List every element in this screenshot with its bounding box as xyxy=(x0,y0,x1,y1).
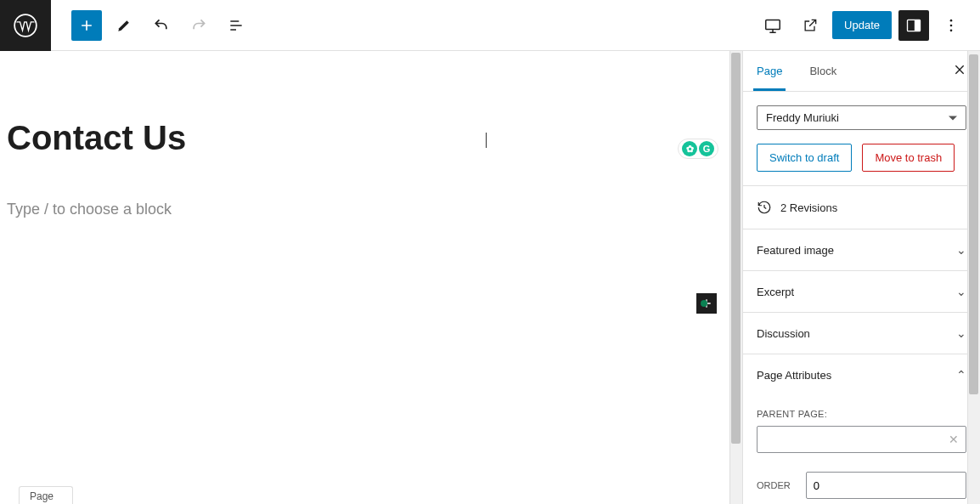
page-title[interactable]: Contact Us xyxy=(7,119,707,156)
discussion-label: Discussion xyxy=(757,327,810,340)
page-attributes-panel-toggle[interactable]: Page Attributes ⌃ xyxy=(743,354,980,395)
discussion-panel-toggle[interactable]: Discussion ⌄ xyxy=(743,313,980,354)
settings-toggle[interactable] xyxy=(898,10,929,41)
block-breadcrumb[interactable]: Page xyxy=(19,486,73,504)
document-overview-button[interactable] xyxy=(221,10,251,41)
more-vertical-icon xyxy=(943,17,960,34)
svg-rect-3 xyxy=(915,20,921,31)
grammarly-icon: ✿ xyxy=(682,141,697,156)
top-toolbar: Update xyxy=(0,0,980,51)
clear-parent-button[interactable]: ✕ xyxy=(949,433,959,446)
update-button[interactable]: Update xyxy=(832,11,892,39)
status-dot-icon xyxy=(701,300,707,307)
chevron-down-icon: ⌄ xyxy=(956,326,966,340)
editor-scrollbar-thumb[interactable] xyxy=(731,53,741,444)
order-label: ORDER xyxy=(757,480,791,490)
parent-page-label: PARENT PAGE: xyxy=(757,409,966,419)
author-select-value: Freddy Muriuki xyxy=(766,111,839,124)
view-button[interactable] xyxy=(758,10,788,41)
svg-rect-1 xyxy=(766,20,780,29)
settings-sidebar: Page Block Freddy Muriuki Switch to draf… xyxy=(742,51,980,504)
grammarly-widget[interactable]: ✿ G xyxy=(678,139,718,159)
grammarly-status-icon: G xyxy=(699,141,714,156)
empty-block-placeholder[interactable]: Type / to choose a block xyxy=(7,201,707,218)
pencil-icon xyxy=(115,17,132,34)
text-caret xyxy=(486,133,487,148)
tab-block[interactable]: Block xyxy=(796,52,850,90)
move-to-trash-button[interactable]: Move to trash xyxy=(862,144,955,172)
author-select[interactable]: Freddy Muriuki xyxy=(757,105,966,130)
revisions-button[interactable]: 2 Revisions xyxy=(743,186,980,229)
chevron-down-icon: ⌄ xyxy=(956,285,966,298)
view-page-button[interactable] xyxy=(795,10,825,41)
excerpt-label: Excerpt xyxy=(757,286,794,298)
add-block-toggle[interactable] xyxy=(71,10,102,41)
page-scrollbar[interactable] xyxy=(967,51,980,504)
close-icon xyxy=(953,63,966,76)
undo-button[interactable] xyxy=(146,10,177,41)
redo-icon xyxy=(190,17,207,34)
tab-page[interactable]: Page xyxy=(743,52,796,90)
external-link-icon xyxy=(802,17,819,34)
featured-image-panel-toggle[interactable]: Featured image ⌄ xyxy=(743,229,980,271)
redo-button xyxy=(183,10,214,41)
parent-page-input[interactable]: ✕ xyxy=(757,426,966,453)
wordpress-logo[interactable] xyxy=(0,0,51,51)
page-scrollbar-thumb[interactable] xyxy=(969,54,978,394)
page-attributes-label: Page Attributes xyxy=(757,369,831,382)
excerpt-panel-toggle[interactable]: Excerpt ⌄ xyxy=(743,271,980,313)
history-icon xyxy=(757,200,772,215)
svg-point-0 xyxy=(14,14,37,37)
options-button[interactable] xyxy=(936,10,966,41)
chevron-up-icon: ⌃ xyxy=(956,368,966,382)
svg-point-5 xyxy=(950,24,953,26)
svg-point-4 xyxy=(950,19,953,21)
revisions-label: 2 Revisions xyxy=(780,201,837,214)
list-view-icon xyxy=(228,17,245,34)
switch-to-draft-button[interactable]: Switch to draft xyxy=(757,144,852,172)
wordpress-icon xyxy=(14,14,37,37)
desktop-icon xyxy=(763,16,782,35)
editor-canvas[interactable]: Contact Us Type / to choose a block ✿ G xyxy=(0,51,742,504)
editor-scrollbar[interactable] xyxy=(729,51,742,504)
plus-icon xyxy=(78,17,95,34)
tools-button[interactable] xyxy=(109,10,139,41)
featured-image-label: Featured image xyxy=(757,244,834,257)
undo-icon xyxy=(153,17,170,34)
order-input[interactable] xyxy=(806,472,966,499)
page-attributes-body: PARENT PAGE: ✕ ORDER xyxy=(743,395,980,504)
sidebar-icon xyxy=(905,17,922,34)
svg-point-6 xyxy=(950,29,953,31)
chevron-down-icon: ⌄ xyxy=(956,243,966,257)
